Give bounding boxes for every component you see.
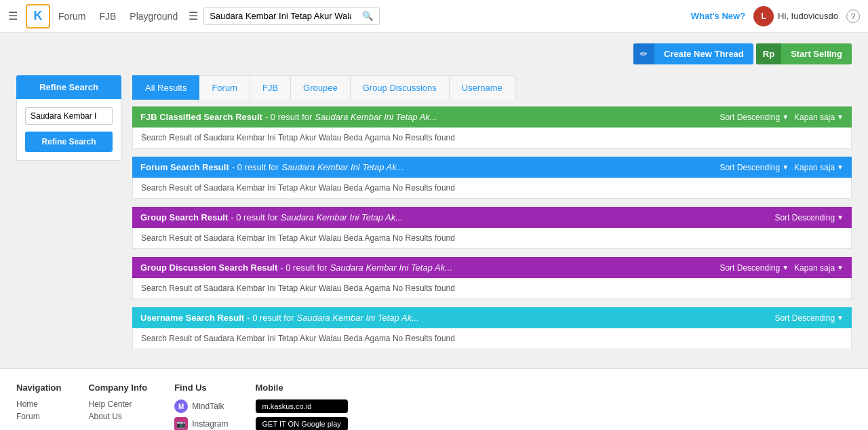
group-result-header-left: Group Search Result - 0 result for Sauda… [140, 212, 403, 222]
group-result-body: Search Result of Saudara Kembar Ini Teta… [132, 228, 852, 249]
username-result-section: Username Search Result - 0 result for Sa… [132, 307, 852, 349]
whats-new-link[interactable]: What's New? [691, 11, 745, 21]
username-result-header-left: Username Search Result - 0 result for Sa… [140, 313, 419, 323]
group-result-prefix: - 0 result for [231, 212, 277, 222]
search-input[interactable] [204, 7, 357, 24]
footer-help-center[interactable]: Help Center [88, 399, 147, 409]
forum-result-title: Forum Search Result [140, 162, 229, 172]
instagram-label: Instagram [192, 419, 228, 429]
group-discussion-sort-label: Sort Descending [719, 263, 780, 273]
group-discussion-sort-arrow-icon: ▼ [782, 264, 789, 271]
forum-sort-arrow-icon: ▼ [782, 163, 789, 171]
username-result-controls: Sort Descending ▼ [774, 313, 844, 323]
forum-result-header-left: Forum Search Result - 0 result for Sauda… [140, 162, 404, 172]
find-us-mindtalk: M MindTalk [174, 399, 228, 413]
group-sort-dropdown[interactable]: Sort Descending ▼ [774, 213, 844, 222]
footer-find-us-title: Find Us [174, 383, 228, 393]
username-result-body: Search Result of Saudara Kembar Ini Teta… [132, 328, 852, 349]
header-right: What's New? L Hi, Iudovicusdo ? [691, 6, 860, 26]
results-area: All Results Forum FJB Groupee Group Disc… [132, 75, 852, 357]
start-selling-label: Start Selling [781, 43, 852, 64]
fjb-when-label: Kapan saja [794, 113, 835, 122]
group-sort-label: Sort Descending [774, 213, 835, 222]
tab-all-results[interactable]: All Results [132, 75, 199, 100]
forum-result-body: Search Result of Saudara Kembar Ini Teta… [132, 178, 852, 199]
group-discussion-result-body: Search Result of Saudara Kembar Ini Teta… [132, 278, 852, 299]
start-selling-button[interactable]: Rp Start Selling [756, 43, 852, 64]
group-result-header: Group Search Result - 0 result for Sauda… [132, 207, 852, 228]
mobile-badge-google-play[interactable]: GET IT ON Google play [256, 417, 348, 430]
forum-when-arrow-icon: ▼ [837, 163, 844, 171]
search-area: ☰ 🔍 [189, 7, 380, 25]
group-discussion-result-section: Group Discussion Search Result - 0 resul… [132, 257, 852, 299]
forum-when-dropdown[interactable]: Kapan saja ▼ [794, 163, 844, 172]
tabs-bar: All Results Forum FJB Groupee Group Disc… [132, 75, 852, 100]
group-discussion-sort-dropdown[interactable]: Sort Descending ▼ [719, 263, 789, 273]
forum-sort-dropdown[interactable]: Sort Descending ▼ [719, 163, 789, 172]
avatar: L [753, 6, 774, 26]
tab-forum[interactable]: Forum [199, 75, 250, 100]
fjb-result-header: FJB Classified Search Result - 0 result … [132, 106, 852, 128]
fjb-sort-label: Sort Descending [719, 113, 780, 122]
forum-result-query: Saudara Kembar Ini Tetap Ak... [281, 162, 403, 172]
group-result-controls: Sort Descending ▼ [774, 213, 844, 222]
nav-fjb[interactable]: FJB [99, 11, 116, 22]
group-discussion-result-controls: Sort Descending ▼ Kapan saja ▼ [719, 263, 844, 273]
nav-forum[interactable]: Forum [58, 11, 85, 22]
fjb-sort-arrow-icon: ▼ [782, 113, 789, 121]
footer-nav-forum[interactable]: Forum [16, 412, 61, 421]
sidebar-body: Refine Search [16, 99, 121, 161]
group-result-title: Group Search Result [140, 212, 228, 222]
footer-about-us[interactable]: About Us [88, 412, 147, 421]
fjb-sort-dropdown[interactable]: Sort Descending ▼ [719, 113, 789, 122]
action-bar: ✏ Create New Thread Rp Start Selling [0, 33, 868, 70]
group-discussion-when-label: Kapan saja [794, 263, 835, 273]
username-sort-dropdown[interactable]: Sort Descending ▼ [774, 313, 844, 323]
footer: Navigation Home Forum Company Info Help … [0, 368, 868, 430]
create-thread-button[interactable]: ✏ Create New Thread [633, 43, 753, 64]
fjb-result-section: FJB Classified Search Result - 0 result … [132, 106, 852, 149]
footer-company-title: Company Info [88, 383, 147, 393]
forum-result-controls: Sort Descending ▼ Kapan saja ▼ [719, 163, 844, 172]
create-thread-label: Create New Thread [654, 43, 753, 64]
help-icon[interactable]: ? [846, 9, 860, 23]
group-discussion-when-dropdown[interactable]: Kapan saja ▼ [794, 263, 844, 273]
username-sort-arrow-icon: ▼ [837, 314, 844, 321]
user-area: L Hi, Iudovicusdo [753, 6, 838, 26]
tab-group-discussions[interactable]: Group Discussions [351, 75, 450, 100]
hamburger-menu-icon[interactable]: ☰ [8, 9, 18, 22]
fjb-result-controls: Sort Descending ▼ Kapan saja ▼ [719, 113, 844, 122]
forum-when-label: Kapan saja [794, 163, 835, 172]
create-thread-icon: ✏ [633, 43, 654, 64]
find-us-items: M MindTalk 📷 Instagram [174, 399, 228, 430]
find-us-instagram: 📷 Instagram [174, 417, 228, 430]
mobile-badges: m.kaskus.co.id GET IT ON Google play [256, 399, 348, 430]
username-result-title: Username Search Result [140, 313, 244, 323]
nav-playground[interactable]: Playground [130, 11, 178, 22]
fjb-result-title: FJB Classified Search Result [140, 112, 262, 122]
forum-result-prefix: - 0 result for [232, 162, 279, 172]
sidebar-search-input[interactable] [25, 107, 113, 125]
site-logo[interactable]: K [26, 4, 50, 28]
footer-mobile-title: Mobile [256, 383, 348, 393]
mobile-badge-kaskus[interactable]: m.kaskus.co.id [256, 399, 348, 413]
main-content: Refine Search Refine Search All Results … [0, 70, 868, 368]
fjb-result-header-left: FJB Classified Search Result - 0 result … [140, 112, 437, 122]
group-discussion-result-title: Group Discussion Search Result [140, 262, 277, 273]
group-result-section: Group Search Result - 0 result for Sauda… [132, 207, 852, 249]
group-discussion-result-header-left: Group Discussion Search Result - 0 resul… [140, 262, 452, 273]
group-discussion-when-arrow-icon: ▼ [837, 264, 844, 271]
tab-groupee[interactable]: Groupee [291, 75, 351, 100]
tab-username[interactable]: Username [450, 75, 515, 100]
mindtalk-label: MindTalk [192, 402, 224, 411]
fjb-when-dropdown[interactable]: Kapan saja ▼ [794, 113, 844, 122]
fjb-result-body: Search Result of Saudara Kembar Ini Teta… [132, 128, 852, 149]
group-discussion-result-prefix: - 0 result for [280, 262, 327, 273]
search-menu-icon[interactable]: ☰ [189, 9, 198, 22]
tab-fjb[interactable]: FJB [250, 75, 291, 100]
search-button[interactable]: 🔍 [357, 7, 379, 24]
username-result-prefix: - 0 result for [247, 313, 294, 323]
sidebar-refine-button[interactable]: Refine Search [25, 132, 113, 152]
forum-result-section: Forum Search Result - 0 result for Sauda… [132, 157, 852, 199]
footer-nav-home[interactable]: Home [16, 399, 61, 409]
